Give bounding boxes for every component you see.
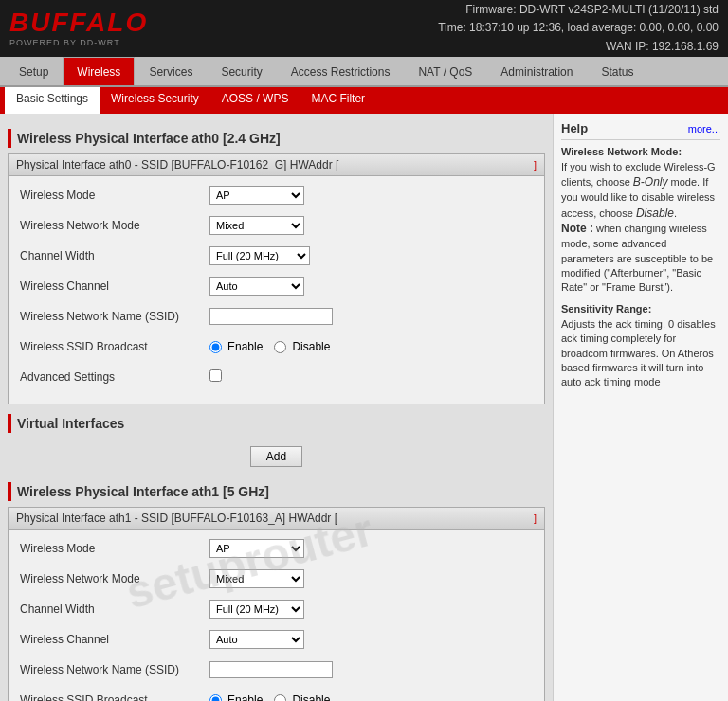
firmware-line1: Firmware: DD-WRT v24SP2-MULTI (11/20/11)… bbox=[438, 1, 719, 19]
ssid-control-ath0 bbox=[209, 308, 533, 325]
form-row-ssid-ath0: Wireless Network Name (SSID) bbox=[20, 305, 533, 328]
interface-box-ath0-header: Physical Interface ath0 - SSID [BUFFALO-… bbox=[9, 154, 544, 176]
subnav-basic-settings[interactable]: Basic Settings bbox=[5, 87, 100, 114]
ssid-label-ath1: Wireless Network Name (SSID) bbox=[20, 663, 209, 676]
form-row-network-mode-ath0: Wireless Network Mode Mixed B-Only G-Onl… bbox=[20, 214, 533, 237]
network-mode-select-ath1[interactable]: Mixed N-Only Disabled bbox=[209, 569, 304, 588]
help-more-link[interactable]: more... bbox=[688, 123, 720, 135]
wireless-channel-select-ath0[interactable]: Auto 1 6 11 bbox=[209, 277, 304, 296]
firmware-line2: Time: 18:37:10 up 12:36, load average: 0… bbox=[438, 19, 719, 37]
add-button[interactable]: Add bbox=[250, 446, 302, 467]
subnav: Basic Settings Wireless Security AOSS / … bbox=[0, 87, 728, 114]
help-section-title-0: Wireless Network Mode: bbox=[561, 146, 720, 157]
wireless-channel-label-ath1: Wireless Channel bbox=[20, 633, 209, 646]
section2-header: Wireless Physical Interface ath1 [5 GHz] bbox=[8, 482, 545, 501]
interface-box-ath0: Physical Interface ath0 - SSID [BUFFALO-… bbox=[8, 153, 545, 404]
ssid-broadcast-enable-radio-ath1[interactable] bbox=[209, 694, 222, 702]
advanced-label-ath0: Advanced Settings bbox=[20, 370, 209, 384]
help-title: Help bbox=[561, 121, 588, 135]
wireless-mode-select-ath1[interactable]: AP Client bbox=[209, 539, 304, 558]
form-row-wireless-channel-ath1: Wireless Channel Auto 36 40 bbox=[20, 628, 533, 651]
nav-setup[interactable]: Setup bbox=[5, 57, 63, 85]
form-row-network-mode-ath1: Wireless Network Mode Mixed N-Only Disab… bbox=[20, 567, 533, 590]
interface-box-ath1: Physical Interface ath1 - SSID [BUFFALO-… bbox=[8, 507, 545, 701]
ssid-broadcast-enable-radio-ath0[interactable] bbox=[209, 341, 222, 353]
virtual-section-bar bbox=[8, 414, 11, 433]
ssid-broadcast-enable-label-ath0[interactable]: Enable bbox=[209, 340, 263, 353]
advanced-checkbox-ath0[interactable] bbox=[209, 369, 222, 382]
form-row-channel-width-ath0: Channel Width Full (20 MHz) Half (10 MHz… bbox=[20, 244, 533, 267]
network-mode-label-ath1: Wireless Network Mode bbox=[20, 572, 209, 585]
interface-ath0-header-text: Physical Interface ath0 - SSID [BUFFALO-… bbox=[16, 158, 338, 171]
wireless-channel-control-ath1: Auto 36 40 bbox=[209, 630, 533, 649]
add-btn-row: Add bbox=[8, 439, 545, 475]
navbar: Setup Wireless Services Security Access … bbox=[0, 57, 728, 87]
help-section-title-1: Sensitivity Range: bbox=[561, 303, 720, 315]
form-row-ssid-ath1: Wireless Network Name (SSID) bbox=[20, 658, 533, 681]
wireless-channel-label-ath0: Wireless Channel bbox=[20, 279, 209, 293]
wireless-mode-control-ath0: AP Client Adhoc bbox=[209, 186, 533, 205]
form-row-channel-width-ath1: Channel Width Full (20 MHz) Half (10 MHz… bbox=[20, 598, 533, 620]
network-mode-select-ath0[interactable]: Mixed B-Only G-Only N-Only Disabled bbox=[209, 216, 304, 235]
form-row-wireless-mode-ath0: Wireless Mode AP Client Adhoc bbox=[20, 184, 533, 207]
form-row-wireless-mode-ath1: Wireless Mode AP Client bbox=[20, 537, 533, 560]
subnav-mac-filter[interactable]: MAC Filter bbox=[300, 87, 376, 114]
help-header: Help more... bbox=[561, 121, 720, 140]
ssid-broadcast-disable-radio-ath0[interactable] bbox=[274, 341, 286, 353]
section1-header: Wireless Physical Interface ath0 [2.4 GH… bbox=[8, 129, 545, 148]
channel-width-control-ath0: Full (20 MHz) Half (10 MHz) Quarter (5 M… bbox=[209, 246, 533, 265]
logo-sub: POWERED BY DD-WRT bbox=[9, 38, 148, 47]
nav-access-restrictions[interactable]: Access Restrictions bbox=[277, 57, 405, 85]
main-panel: Wireless Physical Interface ath0 [2.4 GH… bbox=[0, 114, 553, 701]
network-mode-control-ath0: Mixed B-Only G-Only N-Only Disabled bbox=[209, 216, 533, 235]
ssid-broadcast-disable-text-ath0: Disable bbox=[292, 340, 330, 353]
section2-bar bbox=[8, 482, 11, 501]
subnav-wireless-security[interactable]: Wireless Security bbox=[100, 87, 210, 114]
wireless-mode-label-ath0: Wireless Mode bbox=[20, 189, 209, 202]
ssid-control-ath1 bbox=[209, 661, 533, 678]
nav-wireless[interactable]: Wireless bbox=[63, 57, 135, 85]
interface-ath1-header-end: ] bbox=[534, 512, 537, 524]
nav-administration[interactable]: Administration bbox=[486, 57, 587, 85]
nav-security[interactable]: Security bbox=[207, 57, 276, 85]
ssid-broadcast-disable-radio-ath1[interactable] bbox=[274, 694, 286, 702]
network-mode-label-ath0: Wireless Network Mode bbox=[20, 219, 209, 232]
ssid-broadcast-label-ath1: Wireless SSID Broadcast bbox=[20, 693, 209, 701]
section1-bar bbox=[8, 129, 11, 148]
form-row-ssid-broadcast-ath1: Wireless SSID Broadcast Enable Disable bbox=[20, 689, 533, 701]
ssid-broadcast-disable-label-ath0[interactable]: Disable bbox=[274, 340, 330, 353]
ssid-broadcast-label-ath0: Wireless SSID Broadcast bbox=[20, 340, 209, 353]
channel-width-select-ath0[interactable]: Full (20 MHz) Half (10 MHz) Quarter (5 M… bbox=[209, 246, 310, 265]
wireless-mode-control-ath1: AP Client bbox=[209, 539, 533, 558]
logo-area: BUFFALO POWERED BY DD-WRT bbox=[9, 9, 148, 47]
wireless-mode-select-ath0[interactable]: AP Client Adhoc bbox=[209, 186, 304, 205]
form-row-wireless-channel-ath0: Wireless Channel Auto 1 6 11 bbox=[20, 275, 533, 297]
virtual-section-title: Virtual Interfaces bbox=[17, 416, 124, 431]
interface-ath0-header-end: ] bbox=[534, 159, 537, 171]
interface-box-ath1-body: Wireless Mode AP Client Wireless Network… bbox=[9, 530, 544, 701]
ssid-broadcast-enable-text-ath0: Enable bbox=[228, 340, 263, 353]
interface-box-ath1-header: Physical Interface ath1 - SSID [BUFFALO-… bbox=[9, 508, 544, 530]
content-area: Wireless Physical Interface ath0 [2.4 GH… bbox=[0, 114, 728, 701]
form-row-advanced-ath0: Advanced Settings bbox=[20, 366, 533, 388]
ssid-input-ath1[interactable] bbox=[209, 661, 333, 678]
form-row-ssid-broadcast-ath0: Wireless SSID Broadcast Enable Disable bbox=[20, 335, 533, 358]
ssid-broadcast-disable-label-ath1[interactable]: Disable bbox=[274, 693, 330, 701]
nav-status[interactable]: Status bbox=[587, 57, 647, 85]
channel-width-control-ath1: Full (20 MHz) Half (10 MHz) bbox=[209, 600, 533, 619]
wireless-channel-select-ath1[interactable]: Auto 36 40 bbox=[209, 630, 304, 649]
wireless-mode-label-ath1: Wireless Mode bbox=[20, 542, 209, 555]
nav-services[interactable]: Services bbox=[135, 57, 207, 85]
ssid-input-ath0[interactable] bbox=[209, 308, 333, 325]
nav-nat-qos[interactable]: NAT / QoS bbox=[404, 57, 486, 85]
section1-title: Wireless Physical Interface ath0 [2.4 GH… bbox=[17, 131, 281, 146]
logo-text: BUFFALO bbox=[9, 9, 148, 36]
network-mode-control-ath1: Mixed N-Only Disabled bbox=[209, 569, 533, 588]
ssid-broadcast-control-ath0: Enable Disable bbox=[209, 340, 533, 353]
channel-width-select-ath1[interactable]: Full (20 MHz) Half (10 MHz) bbox=[209, 600, 304, 619]
ssid-broadcast-disable-text-ath1: Disable bbox=[292, 693, 330, 701]
ssid-broadcast-enable-label-ath1[interactable]: Enable bbox=[209, 693, 263, 701]
firmware-info: Firmware: DD-WRT v24SP2-MULTI (11/20/11)… bbox=[438, 1, 719, 56]
subnav-aoss-wps[interactable]: AOSS / WPS bbox=[210, 87, 300, 114]
help-text-1: Adjusts the ack timing. 0 disables ack t… bbox=[561, 317, 720, 390]
